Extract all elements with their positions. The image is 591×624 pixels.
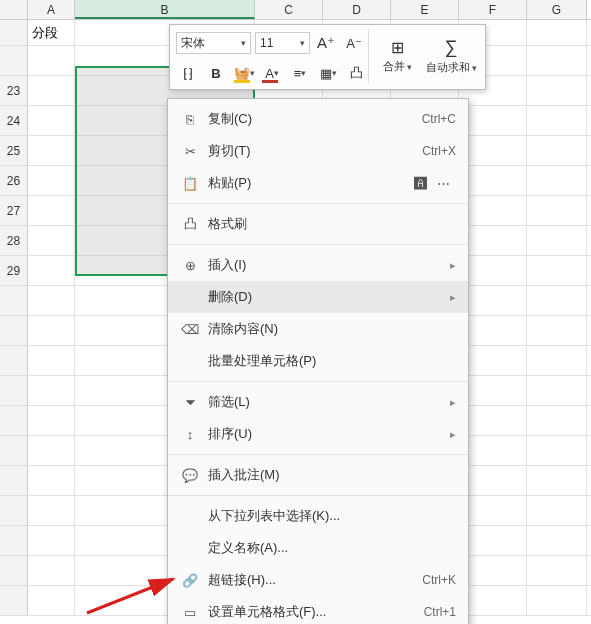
cell[interactable] [527,226,587,255]
col-header-D[interactable]: D [323,0,391,19]
menu-format-cells[interactable]: ▭ 设置单元格格式(F)... Ctrl+1 [168,596,468,624]
cell[interactable] [527,556,587,585]
cell[interactable] [28,346,75,375]
cell[interactable] [527,496,587,525]
cell[interactable] [28,106,75,135]
cell[interactable] [527,466,587,495]
format-cells-icon[interactable]: 凸 [344,61,368,85]
autosum-button[interactable]: ∑ 自动求和▾ [421,32,481,80]
cell[interactable] [28,436,75,465]
cell[interactable] [527,166,587,195]
row-header[interactable] [0,46,28,75]
cell[interactable] [459,106,527,135]
menu-delete[interactable]: 删除(D) ▸ [168,281,468,313]
row-header-25[interactable]: 25 [0,136,28,165]
cell[interactable] [28,196,75,225]
decrease-font-button[interactable]: A⁻ [342,31,366,55]
col-header-C[interactable]: C [255,0,323,19]
row-header[interactable] [0,376,28,405]
menu-batch[interactable]: 批量处理单元格(P) [168,345,468,377]
col-header-A[interactable]: A [28,0,75,19]
font-color-button[interactable]: A▾ [260,61,284,85]
cell[interactable] [527,46,587,75]
cell[interactable] [459,466,527,495]
align-button[interactable]: ≡▾ [288,61,312,85]
cell[interactable] [527,526,587,555]
cell[interactable] [459,346,527,375]
row-header[interactable] [0,286,28,315]
font-select[interactable]: 宋体 ▾ [176,32,251,54]
cell[interactable] [28,316,75,345]
menu-copy[interactable]: ⎘ 复制(C) Ctrl+C [168,103,468,135]
menu-sort[interactable]: ↕ 排序(U) ▸ [168,418,468,450]
cell[interactable] [459,196,527,225]
cell-A1[interactable]: 分段显示 [28,20,75,45]
row-header-23[interactable]: 23 [0,76,28,105]
cell[interactable] [527,376,587,405]
bold-button[interactable]: B [204,61,228,85]
more-icon[interactable]: ⋯ [432,176,456,191]
cell[interactable] [28,466,75,495]
menu-define-name[interactable]: 定义名称(A)... [168,532,468,564]
menu-filter[interactable]: ⏷ 筛选(L) ▸ [168,386,468,418]
cell[interactable] [459,316,527,345]
cell[interactable] [28,166,75,195]
cell[interactable] [527,256,587,285]
cell[interactable] [459,586,527,615]
cell[interactable] [527,76,587,105]
row-header[interactable] [0,496,28,525]
cell[interactable] [459,286,527,315]
cell[interactable] [527,136,587,165]
row-header[interactable] [0,586,28,615]
col-header-E[interactable]: E [391,0,459,19]
row-header[interactable] [0,20,28,45]
cell[interactable] [527,286,587,315]
format-bracket-icon[interactable]: ⁅⁆ [176,61,200,85]
cell[interactable] [459,136,527,165]
cell[interactable] [28,526,75,555]
corner-cell[interactable] [0,0,28,19]
menu-format-painter[interactable]: 凸 格式刷 [168,208,468,240]
row-header[interactable] [0,556,28,585]
menu-paste[interactable]: 📋 粘贴(P) 🅰 ⋯ [168,167,468,199]
cell[interactable] [28,406,75,435]
row-header-27[interactable]: 27 [0,196,28,225]
cell[interactable] [459,256,527,285]
col-header-G[interactable]: G [527,0,587,19]
row-header[interactable] [0,466,28,495]
cell[interactable] [527,586,587,615]
cell[interactable] [28,586,75,615]
cell[interactable] [28,376,75,405]
cell[interactable] [28,556,75,585]
cell[interactable] [28,76,75,105]
menu-cut[interactable]: ✂ 剪切(T) Ctrl+X [168,135,468,167]
cell[interactable] [28,256,75,285]
cell[interactable] [459,526,527,555]
cell[interactable] [28,136,75,165]
cell[interactable] [527,436,587,465]
menu-dropdown-pick[interactable]: 从下拉列表中选择(K)... [168,500,468,532]
merge-button[interactable]: ⊞ 合并▾ [375,32,419,80]
cell[interactable] [459,226,527,255]
row-header[interactable] [0,346,28,375]
paste-special-icon[interactable]: 🅰 [408,176,432,191]
row-header[interactable] [0,526,28,555]
menu-hyperlink[interactable]: 🔗 超链接(H)... Ctrl+K [168,564,468,596]
row-header-26[interactable]: 26 [0,166,28,195]
increase-font-button[interactable]: A⁺ [314,31,338,55]
row-header-29[interactable]: 29 [0,256,28,285]
cell[interactable] [28,46,75,75]
cell[interactable] [459,436,527,465]
cell[interactable] [28,286,75,315]
row-header-28[interactable]: 28 [0,226,28,255]
cell[interactable] [527,196,587,225]
border-button[interactable]: ▦▾ [316,61,340,85]
cell[interactable] [459,376,527,405]
cell[interactable] [527,316,587,345]
row-header-24[interactable]: 24 [0,106,28,135]
cell[interactable] [459,166,527,195]
col-header-B[interactable]: B [75,0,255,19]
cell[interactable] [527,346,587,375]
cell[interactable] [459,496,527,525]
menu-comment[interactable]: 💬 插入批注(M) [168,459,468,491]
